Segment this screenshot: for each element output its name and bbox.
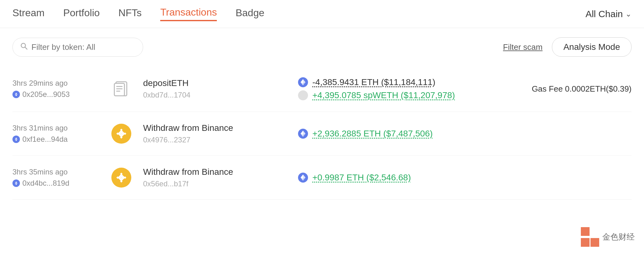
document-icon: [112, 79, 131, 98]
amount-value[interactable]: +0.9987 ETH ($2,546.68): [312, 173, 411, 183]
toolbar-right: Filter scam Analysis Mode: [503, 37, 632, 57]
nav-bar: Stream Portfolio NFTs Transactions Badge…: [0, 0, 644, 28]
eth-chain-icon: [12, 179, 20, 187]
tx-address: 0x205e...9053: [12, 90, 100, 99]
nav-badge[interactable]: Badge: [236, 7, 264, 21]
tx-label-name: Withdraw from Binance: [143, 167, 289, 177]
tx-gas: Gas Fee 0.0002ETH($0.39): [526, 84, 632, 94]
tx-icon: [109, 124, 134, 144]
svg-marker-39: [15, 183, 16, 185]
gas-fee-value: 0.0002ETH($0.39): [565, 84, 632, 93]
search-icon: [20, 42, 28, 52]
svg-marker-37: [15, 181, 16, 183]
table-row: 3hrs 35mins ago 0xd4bc...819d With: [12, 156, 632, 200]
nav-portfolio[interactable]: Portfolio: [63, 7, 100, 21]
filter-scam-button[interactable]: Filter scam: [503, 42, 543, 52]
svg-marker-22: [15, 139, 16, 141]
binance-icon: [111, 168, 131, 188]
spweth-token-icon: [298, 90, 308, 100]
svg-line-1: [25, 47, 27, 50]
svg-marker-21: [16, 139, 17, 141]
svg-marker-2: [16, 93, 17, 94]
eth-chain-icon: [12, 136, 20, 143]
tx-label-hash: 0x4976...2327: [143, 136, 289, 144]
tx-time: 3hrs 35mins ago: [12, 168, 100, 176]
nav-transactions[interactable]: Transactions: [160, 7, 217, 21]
eth-token-icon: [298, 129, 308, 139]
amount-value[interactable]: +2,936.2885 ETH ($7,487,506): [312, 129, 433, 139]
tx-amounts: +2,936.2885 ETH ($7,487,506): [298, 129, 516, 139]
eth-token-icon: [298, 77, 308, 87]
tx-address-text: 0xf1ee...94da: [22, 135, 68, 144]
amount-value[interactable]: -4,385.9431 ETH ($11,184,111): [312, 77, 435, 87]
svg-marker-20: [15, 137, 16, 139]
svg-marker-38: [16, 183, 17, 185]
gas-fee-label: Gas Fee: [532, 84, 563, 93]
svg-marker-3: [15, 93, 16, 94]
svg-marker-5: [15, 94, 16, 96]
search-box[interactable]: [12, 38, 143, 57]
nav-nfts[interactable]: NFTs: [119, 7, 142, 21]
tx-label-hash: 0x56ed...b17f: [143, 179, 289, 188]
binance-icon: [111, 124, 131, 144]
eth-token-icon: [298, 173, 308, 183]
svg-marker-36: [16, 181, 17, 183]
tx-amounts: -4,385.9431 ETH ($11,184,111)+4,395.0785…: [298, 77, 516, 100]
search-input[interactable]: [31, 42, 135, 52]
tx-address: 0xf1ee...94da: [12, 135, 100, 144]
amount-row: +4,395.0785 spWETH ($11,207,978): [298, 90, 516, 100]
tx-meta: 3hrs 31mins ago 0xf1ee...94da: [12, 124, 100, 144]
analysis-mode-button[interactable]: Analysis Mode: [552, 37, 632, 57]
svg-marker-4: [16, 94, 17, 96]
chain-selector[interactable]: All Chain ⌄: [586, 9, 632, 19]
svg-marker-19: [16, 137, 17, 139]
tx-label-name: Withdraw from Binance: [143, 123, 289, 133]
tx-label: depositETH 0xbd7d...1704: [143, 78, 289, 99]
tx-address: 0xd4bc...819d: [12, 179, 100, 188]
nav-left: Stream Portfolio NFTs Transactions Badge: [12, 7, 264, 21]
table-row: 3hrs 31mins ago 0xf1ee...94da With: [12, 112, 632, 156]
tx-label-hash: 0xbd7d...1704: [143, 91, 289, 99]
transaction-list: 3hrs 29mins ago 0x205e...9053 depositETH…: [0, 66, 644, 200]
watermark-logo: [581, 227, 599, 247]
tx-icon: [109, 79, 134, 98]
tx-time: 3hrs 31mins ago: [12, 124, 100, 132]
tx-amounts: +0.9987 ETH ($2,546.68): [298, 173, 516, 183]
nav-stream[interactable]: Stream: [12, 7, 44, 21]
watermark: 金色财经: [581, 227, 635, 247]
chevron-down-icon: ⌄: [625, 10, 632, 18]
amount-row: +2,936.2885 ETH ($7,487,506): [298, 129, 516, 139]
tx-label: Withdraw from Binance 0x56ed...b17f: [143, 167, 289, 188]
amount-value[interactable]: +4,395.0785 spWETH ($11,207,978): [312, 90, 455, 100]
tx-meta: 3hrs 29mins ago 0x205e...9053: [12, 79, 100, 99]
tx-address-text: 0x205e...9053: [22, 90, 70, 99]
tx-label: Withdraw from Binance 0x4976...2327: [143, 123, 289, 144]
tx-time: 3hrs 29mins ago: [12, 79, 100, 88]
tx-address-text: 0xd4bc...819d: [22, 179, 69, 188]
watermark-text: 金色财经: [602, 232, 635, 242]
toolbar: Filter scam Analysis Mode: [0, 28, 644, 66]
tx-icon: [109, 168, 134, 188]
tx-meta: 3hrs 35mins ago 0xd4bc...819d: [12, 168, 100, 188]
amount-row: +0.9987 ETH ($2,546.68): [298, 173, 516, 183]
eth-chain-icon: [12, 91, 20, 98]
svg-rect-10: [114, 84, 125, 96]
amount-row: -4,385.9431 ETH ($11,184,111): [298, 77, 516, 87]
tx-label-name: depositETH: [143, 78, 289, 88]
chain-label: All Chain: [586, 9, 623, 19]
table-row: 3hrs 29mins ago 0x205e...9053 depositETH…: [12, 66, 632, 112]
